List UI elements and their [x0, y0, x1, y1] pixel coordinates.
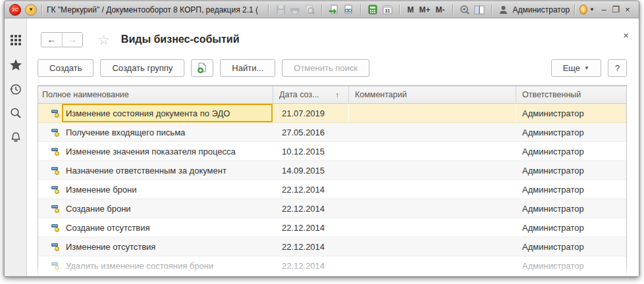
date-cell[interactable]: 22.12.2014: [273, 237, 348, 256]
date-cell[interactable]: 14.09.2015: [273, 161, 348, 179]
app-body: ← → ☆ Виды бизнес-событий × Создать Созд…: [4, 18, 639, 277]
comment-cell[interactable]: [348, 142, 516, 160]
row-name: Изменение отсутствия: [66, 242, 155, 252]
table-header: Полное наименование Дата соз...↑ Коммент…: [38, 86, 626, 104]
get-link-icon[interactable]: [342, 4, 355, 16]
nav-buttons: ← →: [41, 32, 83, 47]
date-cell[interactable]: 21.07.2019: [273, 104, 348, 122]
print-icon[interactable]: [288, 4, 302, 16]
name-cell[interactable]: Получение входящего письма: [38, 123, 273, 141]
create-group-button[interactable]: Создать группу: [100, 59, 184, 77]
table-row[interactable]: Изменение брони 22.12.2014 Администратор: [38, 180, 626, 199]
column-header-comment[interactable]: Комментарий: [348, 86, 516, 103]
owner-cell[interactable]: Администратор: [516, 237, 626, 256]
name-cell[interactable]: Изменение значения показателя процесса: [38, 142, 273, 160]
form-area: ← → ☆ Виды бизнес-событий × Создать Созд…: [27, 18, 639, 276]
column-header-date[interactable]: Дата соз...↑: [273, 86, 348, 103]
print-preview-icon[interactable]: [303, 4, 316, 16]
name-cell[interactable]: Создание отсутствия: [38, 218, 273, 237]
table-row[interactable]: Создание отсутствия 22.12.2014 Администр…: [38, 218, 626, 237]
owner-cell[interactable]: Администратор: [516, 199, 626, 218]
create-by-copy-button[interactable]: [191, 59, 213, 77]
owner-cell[interactable]: Администратор: [516, 123, 626, 141]
help-button[interactable]: ?: [608, 59, 627, 77]
create-button[interactable]: Создать: [38, 59, 94, 77]
forward-button[interactable]: →: [62, 33, 82, 47]
history-icon[interactable]: [9, 82, 22, 95]
memory-add-button[interactable]: M+: [419, 5, 430, 14]
comment-cell[interactable]: [348, 199, 516, 218]
table-row[interactable]: Получение входящего письма 27.05.2016 Ад…: [38, 123, 626, 142]
notifications-bell-icon[interactable]: [9, 131, 22, 144]
column-header-owner[interactable]: Ответственный: [516, 86, 626, 103]
table-row[interactable]: Изменение отсутствия 22.12.2014 Админист…: [38, 237, 626, 256]
comment-cell[interactable]: [348, 123, 516, 141]
split-view-icon[interactable]: [473, 4, 486, 16]
date-cell[interactable]: 10.12.2015: [273, 142, 348, 160]
comment-cell[interactable]: [348, 218, 516, 237]
owner-cell[interactable]: Администратор: [516, 180, 626, 199]
chevron-down-icon[interactable]: ▼: [589, 7, 595, 12]
main-menu-button[interactable]: ▼: [25, 4, 37, 16]
close-form-icon[interactable]: ×: [623, 30, 629, 40]
table-row[interactable]: Изменение значения показателя процесса 1…: [38, 142, 626, 161]
search-icon[interactable]: [9, 106, 22, 120]
table-row[interactable]: Создание брони 22.12.2014 Администратор: [38, 199, 626, 218]
info-icon[interactable]: i: [579, 5, 587, 14]
owner-cell[interactable]: Администратор: [516, 104, 626, 122]
owner-cell[interactable]: Администратор: [516, 142, 626, 160]
date-cell[interactable]: 22.12.2014: [273, 199, 348, 218]
close-window-button[interactable]: ×: [622, 5, 633, 14]
cancel-search-button[interactable]: Отменить поиск: [282, 59, 369, 77]
find-button[interactable]: Найти...: [220, 59, 275, 77]
date-cell[interactable]: 22.12.2014: [273, 180, 348, 199]
calculator-icon[interactable]: [366, 4, 379, 16]
current-user-label[interactable]: Администратор: [513, 5, 570, 14]
name-cell[interactable]: Создание брони: [38, 199, 273, 218]
date-cell[interactable]: 22.12.2014: [273, 256, 348, 275]
sections-menu-icon[interactable]: [9, 34, 22, 47]
more-button[interactable]: Еще▼: [551, 59, 601, 77]
catalog-item-icon: [51, 243, 61, 251]
comment-cell[interactable]: [348, 104, 516, 122]
table-row[interactable]: Удалить изменение состояния брони 22.12.…: [38, 256, 626, 275]
name-cell[interactable]: Изменение брони: [38, 180, 273, 199]
column-header-name[interactable]: Полное наименование: [38, 86, 273, 103]
name-cell[interactable]: Удалить изменение состояния брони: [38, 256, 273, 275]
owner-cell[interactable]: Администратор: [516, 218, 626, 237]
comment-cell[interactable]: [348, 256, 516, 275]
row-date: 22.12.2014: [282, 204, 325, 214]
divider: [399, 5, 400, 15]
comment-cell[interactable]: [348, 161, 516, 179]
name-cell[interactable]: Изменение состояния документа по ЭДО: [38, 104, 273, 122]
column-label: Ответственный: [522, 90, 581, 99]
calendar-icon[interactable]: 31: [381, 4, 394, 16]
row-date: 14.09.2015: [282, 166, 325, 176]
comment-cell[interactable]: [348, 237, 516, 256]
catalog-item-icon: [51, 185, 61, 194]
copy-document-icon: [197, 62, 207, 74]
back-button[interactable]: ←: [41, 33, 62, 47]
owner-cell[interactable]: Администратор: [516, 256, 626, 275]
name-cell[interactable]: Назначение ответственным за документ: [38, 161, 273, 179]
maximize-button[interactable]: ❐: [610, 5, 622, 14]
owner-cell[interactable]: Администратор: [516, 161, 626, 179]
divider: [491, 5, 492, 15]
row-name: Создание брони: [66, 204, 131, 214]
name-cell[interactable]: Изменение отсутствия: [38, 237, 273, 256]
zoom-icon[interactable]: [458, 4, 471, 16]
minimize-button[interactable]: –: [598, 5, 610, 14]
table-row[interactable]: Изменение состояния документа по ЭДО 21.…: [38, 104, 626, 123]
app-window: 1С ▼ ГК "Меркурий" / Документооборот 8 К…: [4, 1, 639, 277]
open-link-icon[interactable]: [327, 4, 340, 16]
add-to-favorites-star-icon[interactable]: ☆: [97, 33, 110, 47]
memory-recall-button[interactable]: M: [407, 5, 414, 14]
favorites-icon[interactable]: [9, 58, 22, 71]
table-row[interactable]: Назначение ответственным за документ 14.…: [38, 161, 626, 180]
comment-cell[interactable]: [348, 180, 516, 199]
memory-subtract-button[interactable]: M-: [436, 5, 445, 14]
column-label: Комментарий: [355, 90, 407, 99]
date-cell[interactable]: 22.12.2014: [273, 218, 348, 237]
save-icon[interactable]: [274, 4, 287, 16]
date-cell[interactable]: 27.05.2016: [273, 123, 348, 141]
